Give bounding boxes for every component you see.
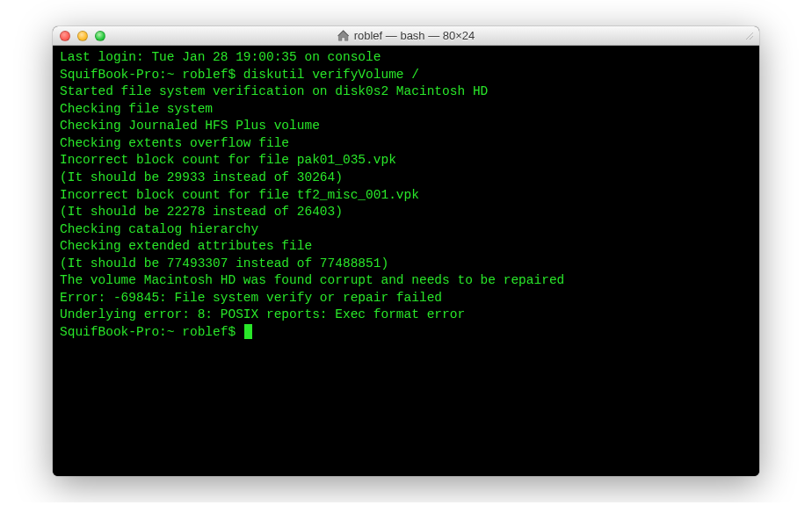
svg-line-0 [746,32,753,40]
terminal-line: Error: -69845: File system verify or rep… [60,290,752,307]
home-icon [337,30,350,42]
terminal-line: (It should be 22278 instead of 26403) [60,204,752,221]
traffic-lights [60,31,105,41]
window-titlebar[interactable]: roblef — bash — 80×24 [53,26,759,46]
window-title: roblef — bash — 80×24 [354,29,475,42]
minimize-button[interactable] [77,31,88,41]
resize-handle-icon[interactable] [743,30,756,42]
terminal-line: The volume Macintosh HD was found corrup… [60,272,752,290]
terminal-line: (It should be 29933 instead of 30264) [60,170,752,187]
terminal-line: Checking file system [60,101,752,119]
svg-line-1 [750,36,753,40]
terminal-line: Incorrect block count for file pak01_035… [60,152,752,170]
terminal-line: Checking Journaled HFS Plus volume [60,118,752,135]
window-title-container: roblef — bash — 80×24 [337,29,475,42]
terminal-content[interactable]: Last login: Tue Jan 28 19:00:35 on conso… [53,46,759,476]
terminal-line: Checking catalog hierarchy [60,221,752,239]
terminal-prompt-line: SquifBook-Pro:~ roblef$ [60,324,752,342]
terminal-line: SquifBook-Pro:~ roblef$ diskutil verifyV… [60,67,752,84]
terminal-line: Last login: Tue Jan 28 19:00:35 on conso… [60,49,752,67]
terminal-prompt: SquifBook-Pro:~ roblef$ [60,324,243,342]
terminal-line: Incorrect block count for file tf2_misc_… [60,187,752,205]
maximize-button[interactable] [95,31,105,41]
cursor-icon [244,324,252,339]
terminal-window: roblef — bash — 80×24 Last login: Tue Ja… [53,26,759,476]
terminal-line: Underlying error: 8: POSIX reports: Exec… [60,307,752,324]
terminal-line: Checking extended attributes file [60,238,752,256]
terminal-line: Started file system verification on disk… [60,83,752,101]
terminal-line: (It should be 77493307 instead of 774888… [60,256,752,273]
close-button[interactable] [60,31,70,41]
terminal-line: Checking extents overflow file [60,135,752,153]
